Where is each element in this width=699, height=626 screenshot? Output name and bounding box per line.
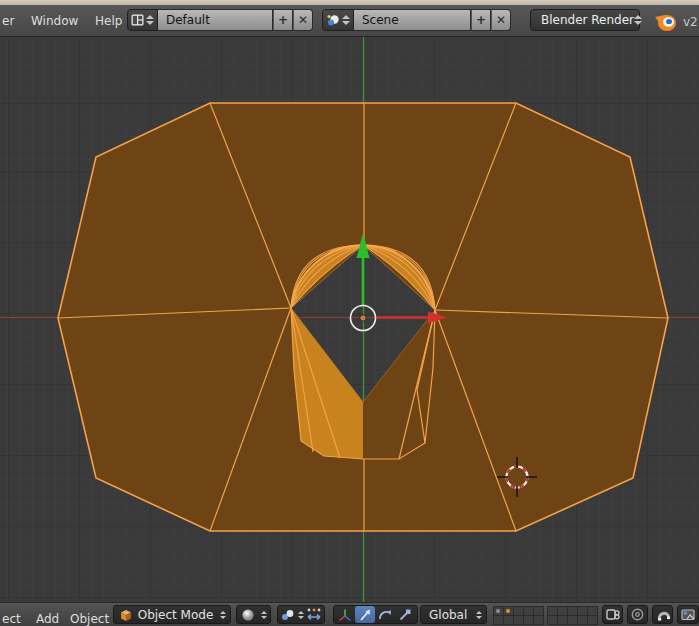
mode-dropdown[interactable]: Object Mode — [113, 605, 231, 624]
menu-object[interactable]: Object — [70, 612, 109, 626]
screen-layout-delete-button[interactable]: ✕ — [293, 9, 313, 31]
scene-browse-button[interactable] — [322, 9, 354, 31]
mode-updown-arrows — [218, 611, 227, 619]
render-opengl-button[interactable] — [677, 605, 699, 624]
manipulator-buttons — [333, 605, 418, 624]
menu-select-truncated[interactable]: ect — [2, 612, 21, 626]
magnet-icon — [655, 607, 671, 622]
screen-layout-browse-button[interactable] — [127, 9, 158, 31]
rotate-icon — [377, 607, 393, 623]
menu-add[interactable]: Add — [36, 612, 59, 626]
scene-field[interactable]: Scene — [354, 9, 471, 31]
screen-layout-group: Default + ✕ — [127, 9, 313, 31]
layers-widget[interactable] — [493, 606, 597, 624]
pivot-point-icon[interactable] — [280, 608, 295, 622]
version-label: v2 — [683, 15, 698, 29]
scene-group: Scene + ✕ — [322, 9, 511, 31]
screen-layout-field[interactable]: Default — [158, 9, 273, 31]
menu-render-truncated[interactable]: er — [2, 14, 14, 28]
snap-button[interactable] — [652, 605, 673, 624]
rotate-manipulator-button[interactable] — [375, 606, 395, 623]
translate-manipulator-button[interactable] — [355, 606, 375, 623]
object-mode-cube-icon — [119, 608, 133, 622]
scale-manipulator-button[interactable] — [395, 606, 415, 623]
manipulator-toggle-button[interactable] — [335, 606, 355, 623]
engine-updown-arrows — [634, 15, 642, 25]
shading-sphere-icon — [241, 608, 255, 622]
shading-updown-arrows — [259, 611, 268, 619]
layer-cell[interactable] — [587, 615, 598, 625]
bright-face — [291, 308, 363, 459]
viewport-shading-dropdown[interactable] — [236, 605, 271, 624]
menu-help[interactable]: Help — [95, 14, 122, 28]
lock-to-scene-button[interactable] — [602, 605, 623, 624]
info-header: er Window Help Default + ✕ — [0, 5, 699, 37]
translate-icon — [357, 607, 373, 623]
blender-window: er Window Help Default + ✕ — [0, 0, 699, 626]
orientation-updown-arrows — [474, 611, 483, 619]
scene-add-button[interactable]: + — [471, 9, 491, 31]
layer-cell[interactable] — [533, 615, 544, 625]
manipulator-axes-icon — [337, 607, 353, 623]
scene-updown-arrows — [341, 15, 351, 25]
transform-orientation-dropdown[interactable]: Global — [420, 605, 487, 624]
menu-window[interactable]: Window — [31, 14, 78, 28]
proportional-edit-button[interactable] — [627, 605, 648, 624]
scale-icon — [397, 607, 413, 623]
render-engine-dropdown[interactable]: Blender Render — [530, 9, 640, 31]
view3d-header: ect Add Object Object Mode — [0, 602, 699, 626]
pivot-group — [277, 605, 325, 624]
layer-group-2[interactable] — [547, 606, 597, 624]
render-image-icon — [680, 607, 696, 622]
object-origin-dot — [360, 315, 366, 321]
layout-updown-arrows — [145, 15, 155, 25]
scene-icon — [325, 13, 341, 28]
manipulate-centers-icon[interactable] — [306, 607, 322, 622]
proportional-circle-icon — [630, 607, 645, 622]
viewport-canvas — [0, 37, 699, 602]
pivot-updown-arrows — [296, 611, 305, 619]
viewport-3d[interactable] — [0, 37, 699, 602]
blender-logo — [653, 11, 679, 33]
lock-chain-icon — [605, 607, 621, 622]
screen-layout-add-button[interactable]: + — [273, 9, 293, 31]
scene-delete-button[interactable]: ✕ — [491, 9, 511, 31]
layout-icon — [130, 13, 145, 27]
layer-group-1[interactable] — [493, 606, 543, 624]
